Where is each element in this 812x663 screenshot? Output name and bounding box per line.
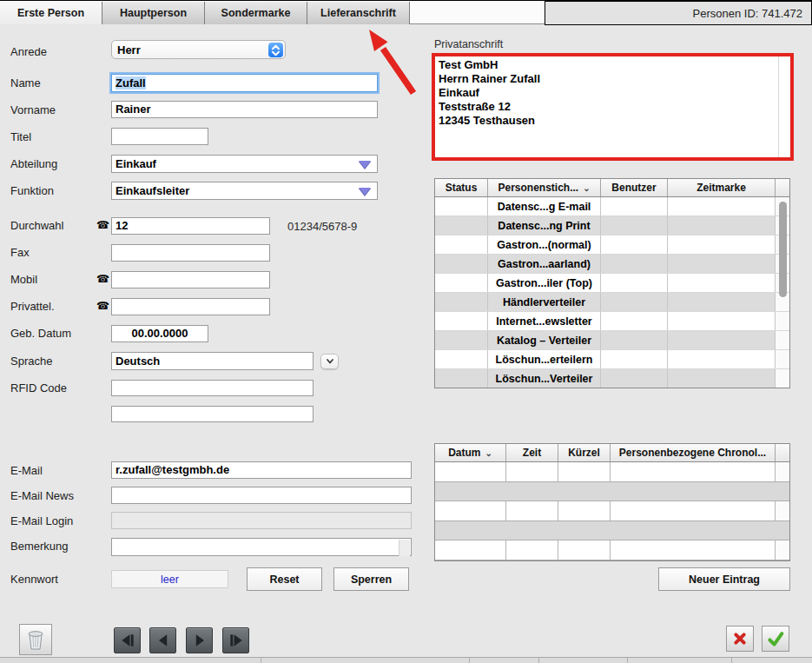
cancel-button[interactable] [726, 626, 754, 652]
table-cell [611, 540, 776, 560]
bemerkung-input[interactable] [111, 538, 412, 556]
geb-datum-input[interactable]: 00.00.0000 [111, 325, 208, 342]
status-table-scrollbar-thumb[interactable] [779, 202, 787, 297]
name-input[interactable]: Zufall [111, 74, 378, 92]
fax-input[interactable] [111, 244, 270, 262]
person-id-box: Personen ID: 741.472 [545, 1, 812, 25]
stichwort-cell: Gastron...iler (Top) [488, 274, 601, 292]
column-header[interactable]: Personenbezogene Chronol... [611, 444, 776, 461]
status-table-row[interactable]: Katalog – Verteiler [435, 331, 789, 350]
anrede-select[interactable]: Herr [111, 40, 286, 59]
email-input[interactable]: r.zufall@testgmbh.de [111, 461, 412, 479]
table-cell [435, 369, 488, 388]
funktion-combo[interactable]: Einkaufsleiter [111, 182, 378, 200]
phone-icon[interactable]: ☎ [96, 274, 109, 284]
privatanschrift-box[interactable]: Test GmbHHerrn Rainer ZufallEinkaufTests… [432, 53, 794, 161]
tab-lieferanschrift[interactable]: Lieferanschrift [307, 2, 410, 24]
previous-record-button[interactable] [149, 627, 176, 653]
column-header[interactable]: Zeit [506, 444, 558, 461]
table-cell [668, 274, 776, 292]
sprache-dropdown-button[interactable] [320, 354, 339, 369]
tab-sondermarke[interactable]: Sondermarke [205, 2, 307, 24]
status-table-row[interactable]: Internet...ewsletter [435, 312, 789, 331]
chrono-table-row[interactable] [435, 482, 789, 502]
status-table-row[interactable]: Löschun...erteilern [435, 350, 789, 369]
sprache-label: Sprache [10, 355, 52, 368]
cancel-x-icon [731, 630, 749, 647]
tab-strip: Erste PersonHauptpersonSondermarkeLiefer… [0, 2, 410, 24]
status-table-row[interactable]: Gastron...iler (Top) [435, 274, 789, 293]
reset-button[interactable]: Reset [247, 567, 322, 591]
kennwort-status-button[interactable]: leer [111, 570, 228, 588]
rfid-input-1[interactable] [111, 380, 314, 396]
column-header[interactable]: Benutzer [601, 179, 668, 196]
column-header[interactable]: Personenstich...⌄ [488, 179, 601, 196]
next-record-button[interactable] [186, 627, 213, 653]
status-table-body: Datensc...g E-mailDatensc...ng PrintGast… [435, 197, 789, 388]
sperren-button[interactable]: Sperren [333, 567, 409, 591]
column-header[interactable]: Datum⌄ [435, 444, 506, 461]
table-cell [668, 216, 776, 235]
abteilung-label: Abteilung [10, 157, 57, 170]
chrono-table-row[interactable] [435, 501, 789, 521]
chrono-table-row[interactable] [435, 540, 789, 560]
table-cell [601, 293, 668, 311]
vorname-input[interactable]: Rainer [111, 101, 378, 118]
chrono-table-header: Datum⌄ZeitKürzelPersonenbezogene Chronol… [435, 444, 789, 462]
phone-icon[interactable]: ☎ [96, 220, 109, 230]
table-cell [611, 501, 776, 520]
table-cell [506, 482, 558, 501]
window-bottom-edge [0, 657, 812, 663]
table-cell [611, 482, 776, 501]
chrono-table-row[interactable] [435, 521, 789, 541]
table-cell [776, 540, 789, 560]
person-form-window: Erste PersonHauptpersonSondermarkeLiefer… [0, 0, 812, 663]
status-table-row[interactable]: Datensc...g E-mail [435, 197, 789, 216]
address-line: Herrn Rainer Zufall [439, 72, 540, 86]
tab-erste-person[interactable]: Erste Person [0, 2, 102, 24]
neuer-eintrag-button[interactable]: Neuer Eintrag [658, 567, 790, 591]
durchwahl-input[interactable]: 12 [111, 217, 270, 235]
table-cell [776, 521, 789, 540]
status-table-row[interactable]: Gastron...aarland) [435, 255, 789, 274]
tab-hauptperson[interactable]: Hauptperson [102, 2, 205, 24]
sort-chevron-icon: ⌄ [485, 448, 492, 458]
stichwort-cell: Internet...ewsletter [488, 312, 601, 330]
column-header[interactable]: Kürzel [558, 444, 611, 461]
confirm-button[interactable] [762, 626, 789, 652]
anrede-label: Anrede [10, 45, 47, 58]
abteilung-combo[interactable]: Einkauf [111, 155, 378, 173]
mobil-input[interactable] [111, 271, 270, 288]
status-table-row[interactable]: Datensc...ng Print [435, 216, 789, 235]
column-header[interactable]: Zeitmarke [668, 179, 776, 196]
stichwort-cell: Gastron...aarland) [488, 255, 601, 273]
rfid-input-2[interactable] [111, 406, 314, 422]
first-record-button[interactable] [114, 627, 141, 653]
delete-record-button[interactable] [19, 624, 52, 655]
column-header[interactable]: Status [435, 179, 488, 196]
dropdown-triangle-icon [359, 188, 371, 196]
address-line: Test GmbH [439, 58, 540, 72]
titel-input[interactable] [111, 128, 208, 145]
table-cell [435, 197, 488, 215]
vorname-label: Vorname [10, 103, 56, 116]
chrono-table-row[interactable] [435, 462, 789, 482]
table-cell [435, 540, 506, 560]
privatanschrift-label: Privatanschrift [434, 38, 503, 50]
confirm-check-icon [766, 629, 785, 648]
phone-icon[interactable]: ☎ [96, 301, 109, 311]
status-table-row[interactable]: Händlerverteiler [435, 293, 789, 312]
table-cell [435, 501, 506, 520]
status-table-row[interactable]: Gastron...(normal) [435, 235, 789, 255]
email-news-input[interactable] [111, 487, 412, 504]
table-cell [776, 462, 789, 481]
table-cell [435, 216, 488, 235]
sprache-input[interactable]: Deutsch [111, 352, 314, 370]
status-table-row[interactable]: Löschun...Verteiler [435, 369, 789, 388]
durchwahl-full-number: 01234/5678-9 [287, 220, 357, 233]
table-cell [506, 501, 558, 520]
privattel-input[interactable] [111, 298, 270, 315]
table-cell [601, 331, 668, 349]
table-cell [558, 540, 611, 560]
last-record-button[interactable] [222, 627, 249, 653]
